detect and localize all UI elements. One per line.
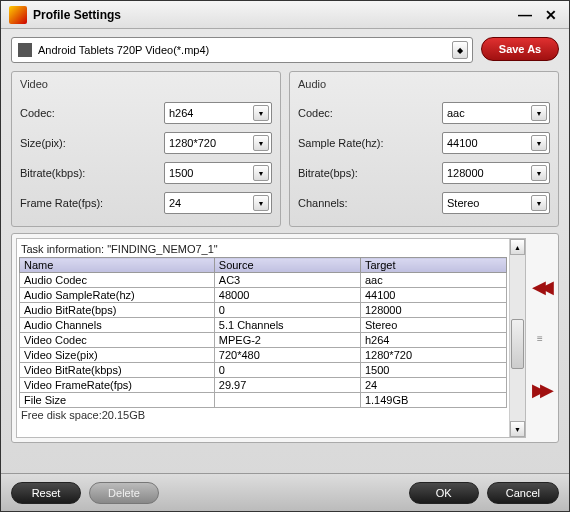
table-row[interactable]: File Size1.149GB (20, 393, 507, 408)
scroll-thumb[interactable] (511, 319, 524, 369)
cell-target: 1500 (360, 363, 506, 378)
audio-bitrate-select[interactable]: 128000▼ (442, 162, 550, 184)
audio-legend: Audio (298, 78, 550, 90)
table-row[interactable]: Audio BitRate(bps)0128000 (20, 303, 507, 318)
minimize-button[interactable]: — (515, 7, 535, 23)
scroll-down-icon[interactable]: ▼ (510, 421, 525, 437)
cell-name: Audio Codec (20, 273, 215, 288)
chevron-down-icon: ▼ (253, 195, 269, 211)
ok-button[interactable]: OK (409, 482, 479, 504)
chevron-down-icon: ▼ (253, 135, 269, 151)
prev-task-button[interactable]: ◀◀ (532, 276, 548, 298)
video-bitrate-value: 1500 (169, 167, 193, 179)
task-info-list: Task information: "FINDING_NEMO7_1" Name… (16, 238, 526, 438)
audio-codec-label: Codec: (298, 107, 442, 119)
video-bitrate-label: Bitrate(kbps): (20, 167, 164, 179)
video-framerate-select[interactable]: 24▼ (164, 192, 272, 214)
cancel-button[interactable]: Cancel (487, 482, 559, 504)
profile-select[interactable]: Android Tablets 720P Video(*.mp4) ◆ (11, 37, 473, 63)
table-row[interactable]: Video CodecMPEG-2h264 (20, 333, 507, 348)
chevron-down-icon: ▼ (253, 105, 269, 121)
scroll-up-icon[interactable]: ▲ (510, 239, 525, 255)
profile-selected-text: Android Tablets 720P Video(*.mp4) (38, 44, 209, 56)
drag-handle-icon[interactable]: ≡ (537, 333, 543, 344)
audio-samplerate-value: 44100 (447, 137, 478, 149)
cell-name: Video BitRate(kbps) (20, 363, 215, 378)
close-button[interactable]: ✕ (541, 7, 561, 23)
video-codec-label: Codec: (20, 107, 164, 119)
cell-source: 29.97 (214, 378, 360, 393)
col-source[interactable]: Source (214, 258, 360, 273)
task-info-panel: Task information: "FINDING_NEMO7_1" Name… (11, 233, 559, 443)
cell-source: 48000 (214, 288, 360, 303)
cell-name: Audio SampleRate(hz) (20, 288, 215, 303)
task-caption: Task information: "FINDING_NEMO7_1" (19, 241, 507, 257)
profile-settings-window: Profile Settings — ✕ Android Tablets 720… (0, 0, 570, 512)
app-icon (9, 6, 27, 24)
audio-codec-select[interactable]: aac▼ (442, 102, 550, 124)
table-row[interactable]: Audio SampleRate(hz)4800044100 (20, 288, 507, 303)
titlebar: Profile Settings — ✕ (1, 1, 569, 29)
chevron-down-icon: ▼ (531, 195, 547, 211)
cell-source: 5.1 Channels (214, 318, 360, 333)
audio-bitrate-value: 128000 (447, 167, 484, 179)
audio-codec-value: aac (447, 107, 465, 119)
scrollbar[interactable]: ▲ ▼ (509, 239, 525, 437)
table-row[interactable]: Audio Channels5.1 ChannelsStereo (20, 318, 507, 333)
reset-button[interactable]: Reset (11, 482, 81, 504)
cell-source: AC3 (214, 273, 360, 288)
video-codec-select[interactable]: h264▼ (164, 102, 272, 124)
cell-target: aac (360, 273, 506, 288)
cell-source (214, 393, 360, 408)
video-legend: Video (20, 78, 272, 90)
video-codec-value: h264 (169, 107, 193, 119)
cell-name: Audio BitRate(bps) (20, 303, 215, 318)
next-task-button[interactable]: ▶▶ (532, 379, 548, 401)
video-framerate-label: Frame Rate(fps): (20, 197, 164, 209)
cell-source: 0 (214, 363, 360, 378)
cell-name: Video FrameRate(fps) (20, 378, 215, 393)
video-size-label: Size(pix): (20, 137, 164, 149)
col-target[interactable]: Target (360, 258, 506, 273)
cell-source: MPEG-2 (214, 333, 360, 348)
dropdown-arrow-icon[interactable]: ◆ (452, 41, 468, 59)
cell-name: File Size (20, 393, 215, 408)
cell-target: 44100 (360, 288, 506, 303)
cell-target: 1.149GB (360, 393, 506, 408)
audio-bitrate-label: Bitrate(bps): (298, 167, 442, 179)
cell-target: h264 (360, 333, 506, 348)
window-title: Profile Settings (33, 8, 509, 22)
video-size-select[interactable]: 1280*720▼ (164, 132, 272, 154)
cell-target: 128000 (360, 303, 506, 318)
audio-channels-label: Channels: (298, 197, 442, 209)
table-row[interactable]: Video BitRate(kbps)01500 (20, 363, 507, 378)
cell-target: 1280*720 (360, 348, 506, 363)
audio-panel: Audio Codec: aac▼ Sample Rate(hz): 44100… (289, 71, 559, 227)
table-row[interactable]: Video FrameRate(fps)29.9724 (20, 378, 507, 393)
video-bitrate-select[interactable]: 1500▼ (164, 162, 272, 184)
profile-icon (18, 43, 32, 57)
audio-samplerate-select[interactable]: 44100▼ (442, 132, 550, 154)
task-table: Name Source Target Audio CodecAC3aacAudi… (19, 257, 507, 408)
table-row[interactable]: Video Size(pix)720*4801280*720 (20, 348, 507, 363)
video-framerate-value: 24 (169, 197, 181, 209)
footer: Reset Delete OK Cancel (1, 473, 569, 511)
audio-channels-value: Stereo (447, 197, 479, 209)
chevron-down-icon: ▼ (531, 135, 547, 151)
audio-samplerate-label: Sample Rate(hz): (298, 137, 442, 149)
video-size-value: 1280*720 (169, 137, 216, 149)
chevron-down-icon: ▼ (253, 165, 269, 181)
chevron-down-icon: ▼ (531, 165, 547, 181)
cell-source: 0 (214, 303, 360, 318)
audio-channels-select[interactable]: Stereo▼ (442, 192, 550, 214)
save-as-button[interactable]: Save As (481, 37, 559, 61)
video-panel: Video Codec: h264▼ Size(pix): 1280*720▼ … (11, 71, 281, 227)
cell-target: Stereo (360, 318, 506, 333)
cell-target: 24 (360, 378, 506, 393)
delete-button: Delete (89, 482, 159, 504)
cell-source: 720*480 (214, 348, 360, 363)
col-name[interactable]: Name (20, 258, 215, 273)
cell-name: Video Size(pix) (20, 348, 215, 363)
table-row[interactable]: Audio CodecAC3aac (20, 273, 507, 288)
free-disk-text: Free disk space:20.15GB (19, 408, 507, 422)
